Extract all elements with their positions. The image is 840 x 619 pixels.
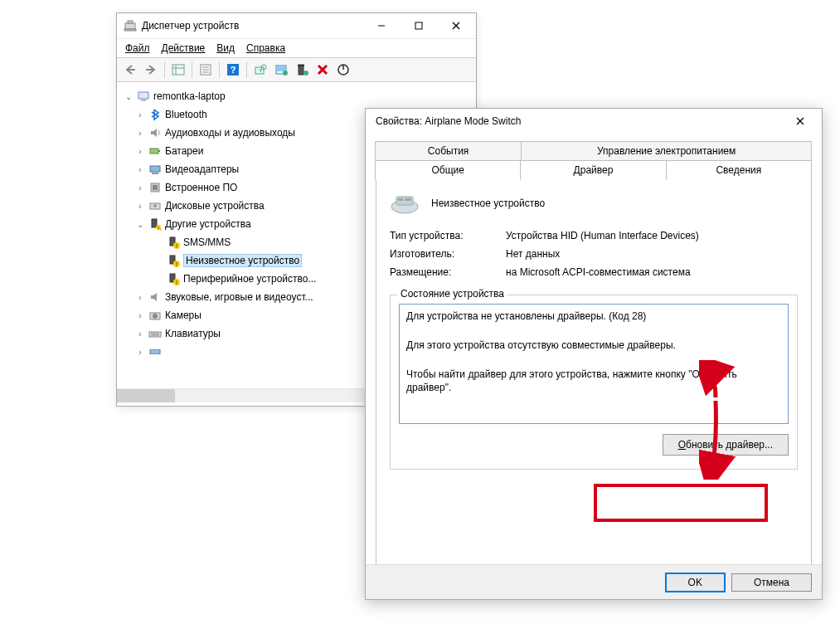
chevron-right-icon[interactable]: ›	[135, 202, 145, 211]
svg-rect-9	[172, 65, 184, 75]
dialog-footer: OK Отмена	[366, 564, 822, 599]
svg-rect-35	[152, 173, 158, 174]
tab-driver[interactable]: Драйвер	[520, 160, 666, 180]
chevron-right-icon[interactable]: ›	[135, 293, 145, 302]
unknown-device-icon: !	[167, 254, 180, 267]
svg-rect-37	[153, 185, 158, 190]
generic-icon	[148, 345, 162, 358]
chevron-right-icon[interactable]: ›	[135, 348, 145, 357]
svg-rect-30	[138, 92, 148, 99]
uninstall-device-button[interactable]	[292, 60, 312, 80]
svg-rect-4	[415, 22, 422, 29]
chevron-right-icon[interactable]: ›	[135, 129, 145, 138]
svg-rect-2	[124, 29, 136, 31]
svg-rect-57	[150, 349, 160, 354]
device-manager-toolbar: ?	[117, 57, 476, 82]
device-manager-icon	[124, 19, 137, 32]
properties-title: Свойства: Airplane Mode Switch	[376, 115, 521, 127]
device-status-text[interactable]: Для устройства не установлены драйверы. …	[399, 304, 789, 424]
keyboard-icon	[148, 327, 162, 340]
device-large-icon	[390, 192, 420, 215]
svg-text:?: ?	[231, 65, 236, 75]
svg-rect-54	[149, 332, 161, 337]
svg-rect-1	[128, 21, 133, 23]
menu-action[interactable]: Действие	[162, 42, 206, 54]
tab-events[interactable]: События	[375, 141, 522, 160]
properties-button[interactable]	[196, 60, 216, 80]
display-adapter-icon	[148, 163, 162, 176]
menu-view[interactable]: Вид	[216, 42, 235, 54]
device-manager-title: Диспетчер устройств	[142, 20, 239, 32]
sound-icon	[148, 290, 162, 304]
tab-details[interactable]: Сведения	[666, 160, 812, 180]
close-button[interactable]	[784, 110, 817, 133]
tab-page-general: Неизвестное устройство Тип устройства: У…	[376, 179, 812, 578]
manufacturer-value: Нет данных	[506, 248, 798, 260]
location-value: на Microsoft ACPI-совместимая система	[506, 266, 798, 278]
help-button[interactable]: ?	[223, 60, 243, 80]
device-name-label: Неизвестное устройство	[431, 197, 545, 209]
location-label: Размещение:	[390, 266, 506, 278]
chevron-down-icon[interactable]: ⌄	[135, 220, 145, 229]
status-line: Для устройства не установлены драйверы. …	[406, 310, 781, 324]
svg-rect-31	[141, 100, 146, 101]
tab-power[interactable]: Управление электропитанием	[521, 141, 812, 160]
svg-text:!: !	[176, 280, 177, 285]
svg-rect-33	[158, 150, 160, 152]
menu-file[interactable]: Файл	[125, 42, 150, 54]
svg-rect-24	[298, 65, 304, 66]
close-button[interactable]	[437, 14, 474, 37]
minimize-button[interactable]	[362, 14, 400, 37]
svg-rect-32	[150, 149, 158, 154]
chevron-right-icon[interactable]: ›	[135, 329, 145, 339]
ok-button[interactable]: OK	[666, 573, 725, 592]
svg-point-53	[153, 314, 158, 319]
svg-point-25	[303, 71, 308, 76]
manufacturer-label: Изготовитель:	[390, 248, 506, 260]
device-status-group: Состояние устройства Для устройства не у…	[390, 295, 798, 470]
battery-icon	[148, 144, 162, 158]
update-driver-button[interactable]	[271, 60, 291, 80]
svg-text:!: !	[176, 243, 177, 249]
svg-rect-40	[152, 219, 157, 227]
scan-hardware-button[interactable]	[250, 60, 270, 80]
chevron-right-icon[interactable]: ›	[135, 165, 145, 174]
chevron-right-icon[interactable]: ›	[135, 311, 145, 320]
nav-back-button[interactable]	[120, 60, 140, 80]
svg-rect-34	[150, 166, 160, 172]
chevron-right-icon[interactable]: ›	[135, 147, 145, 156]
device-type-label: Тип устройства:	[390, 230, 506, 241]
enable-device-button[interactable]	[333, 60, 353, 80]
tree-root[interactable]: ⌄ remontka-laptop	[120, 87, 473, 105]
show-hide-tree-button[interactable]	[168, 60, 188, 80]
disk-icon	[148, 199, 162, 212]
camera-icon	[148, 309, 162, 322]
tab-general[interactable]: Общие	[375, 160, 521, 180]
svg-rect-0	[125, 23, 135, 29]
properties-dialog: Свойства: Airplane Mode Switch Общие Дра…	[365, 108, 823, 600]
svg-point-39	[153, 204, 157, 207]
bluetooth-icon	[148, 108, 162, 121]
status-line: Для этого устройства отсутствую совмести…	[406, 339, 781, 353]
disable-device-button[interactable]	[313, 60, 333, 80]
chevron-down-icon[interactable]: ⌄	[124, 92, 134, 101]
device-status-title: Состояние устройства	[397, 288, 507, 300]
tab-strip: Общие Драйвер Сведения События Управлени…	[376, 141, 812, 180]
menu-help[interactable]: Справка	[246, 42, 285, 54]
computer-icon	[137, 90, 150, 103]
other-devices-icon: !	[148, 217, 162, 231]
svg-rect-63	[405, 198, 411, 201]
cancel-button[interactable]: Отмена	[731, 573, 812, 592]
nav-forward-button[interactable]	[141, 60, 161, 80]
chevron-right-icon[interactable]: ›	[135, 183, 145, 193]
properties-titlebar[interactable]: Свойства: Airplane Mode Switch	[366, 109, 822, 134]
chevron-right-icon[interactable]: ›	[135, 110, 145, 119]
maximize-button[interactable]	[400, 14, 437, 37]
svg-text:!: !	[176, 261, 177, 267]
device-type-value: Устройства HID (Human Interface Devices)	[506, 230, 798, 241]
unknown-device-icon: !	[167, 236, 180, 249]
update-driver-button[interactable]: Обновить драйвер...	[663, 434, 789, 456]
svg-point-22	[283, 71, 288, 76]
device-manager-titlebar[interactable]: Диспетчер устройств	[117, 13, 476, 38]
device-manager-menubar: Файл Действие Вид Справка	[117, 38, 476, 57]
